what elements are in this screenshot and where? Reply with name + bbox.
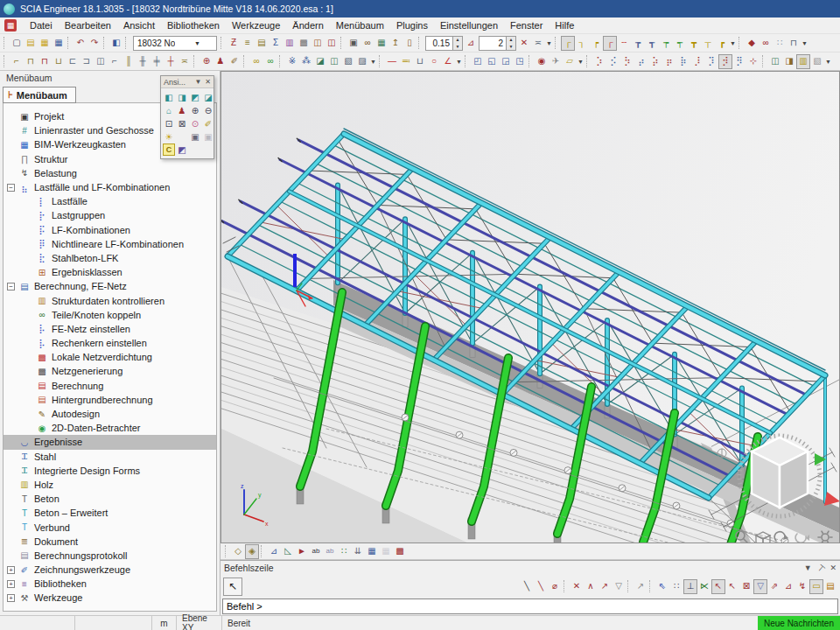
snap-grid-icon[interactable]: ∷ [669,579,683,594]
chevron-down-icon[interactable]: ▼ [455,54,463,69]
render-view-icon[interactable]: ◉ [535,54,549,69]
calculator-icon[interactable]: ▦ [374,36,388,51]
collapse-icon[interactable]: − [7,184,15,192]
corner-bl-icon[interactable]: ◲ [499,54,513,69]
mesh-setup-icon[interactable]: ▩ [297,36,311,51]
dimension-scale-icon[interactable]: ≍ [531,36,545,51]
results-table-icon[interactable]: ▦ [365,544,379,559]
predefined-load-icon[interactable]: ⡺ [718,54,732,69]
tree-item-hintergrundberechnung[interactable]: ▤Hintergrundberechnung [4,393,216,407]
insert-column-icon[interactable]: ⌐ [10,54,24,69]
mesh-display-icon[interactable]: ∷ [337,544,351,559]
coordinate-system-icon[interactable]: C [163,144,175,156]
insert-plate-icon[interactable]: ⊏ [66,54,80,69]
connect-members-icon[interactable]: ※ [285,54,299,69]
tree-item-bibliotheken[interactable]: +≡Bibliotheken [4,577,216,591]
chevron-down-icon[interactable]: ▼ [175,37,216,50]
hinge-semi-icon[interactable]: ┮ [659,36,673,51]
redo-icon[interactable]: ↷ [88,36,102,51]
result-filter-icon[interactable]: ▥ [796,54,810,69]
import-update-icon[interactable]: ◆ [745,36,759,51]
tree-item-verbund[interactable]: TVerbund [4,520,216,534]
surface-display-icon[interactable]: ◺ [281,544,295,559]
chevron-down-icon[interactable]: ▼ [369,54,377,69]
tree-item-strukturdaten-kontrollieren[interactable]: ▥Strukturdaten kontrollieren [4,293,216,307]
insert-truss-icon[interactable]: ╪ [150,54,164,69]
tree-item-nichtlineare-lf-kombinationen[interactable]: ⡿Nichtlineare LF-Kombinationen [4,237,216,251]
open-project-icon[interactable]: ▤ [24,36,38,51]
insert-rib-icon[interactable]: ⌐ [108,54,122,69]
snap-perpendicular-icon[interactable]: ⊠ [739,579,753,594]
snap-angle-icon[interactable]: ⊿ [781,579,795,594]
rendered-icon[interactable]: ◈ [245,544,259,559]
expand-icon[interactable]: + [7,566,15,574]
hinge-semi2-icon[interactable]: ┭ [673,36,687,51]
menu-plugins[interactable]: Plugins [390,18,434,32]
hatch-b-icon[interactable]: ▨ [355,54,369,69]
snap-ortho-icon[interactable]: ⊥ [683,579,697,594]
member-query-icon[interactable]: ⊓ [787,36,801,51]
zoom-out-icon[interactable]: ⊖ [202,104,214,116]
print-preview-icon[interactable]: ∞ [360,36,374,51]
circle-annotation-icon[interactable]: ○ [427,54,441,69]
walk-mode-icon[interactable]: ♟ [176,104,188,116]
snap-edge-icon[interactable]: ↗ [634,579,648,594]
glasses-selection-icon[interactable]: ∞ [263,54,277,69]
dimension-parallel-icon[interactable]: ≕ [399,54,413,69]
view-settings-icon[interactable]: ◩ [176,144,188,156]
tree-item-fe-netz-einstellen[interactable]: ⡧FE-Netz einstellen [4,322,216,336]
insert-grid-member-icon[interactable]: ╫ [136,54,150,69]
font-scale-icon[interactable]: ✕ [517,36,531,51]
tree-item-berechnung[interactable]: ▤Berechnung [4,379,216,393]
ansicht-panel-header[interactable]: Ansi... ▼ ✕ [161,76,214,88]
insert-frame-icon[interactable]: ║ [122,54,136,69]
tree-item-2d-daten-betrachter[interactable]: ◉2D-Daten-Betrachter [4,421,216,435]
status-units[interactable]: m [152,616,177,630]
menu-werkzeuge[interactable]: Werkzeuge [226,18,286,32]
tree-item-lokale-netzverdichtung[interactable]: ▩Lokale Netzverdichtung [4,350,216,364]
snap-line-icon[interactable]: ╲ [520,579,534,594]
hinge-free-icon[interactable]: ┐ [575,36,589,51]
storeys-icon[interactable]: ▤ [255,36,269,51]
snap-endpoint-icon[interactable]: ╲ [534,579,548,594]
result-filter2-icon[interactable]: ▧ [810,54,824,69]
view-axo-icon[interactable]: ◪ [202,91,214,103]
free-load-icon[interactable]: ⡶ [662,54,676,69]
zoom-selection-icon[interactable]: ⊙ [189,117,201,130]
menu-einstellungen[interactable]: Einstellungen [434,18,504,32]
hinge-moment2-icon[interactable]: ┱ [645,36,659,51]
load-panel-icon[interactable]: ⡻ [732,54,746,69]
expand-icon[interactable]: + [7,580,15,588]
command-input[interactable] [223,599,837,613]
snap-node-icon[interactable]: ∧ [584,579,598,594]
tree-item-belastung[interactable]: ↯Belastung [4,166,216,180]
insert-beam-icon[interactable]: ⊓ [24,54,38,69]
cursor-select-icon[interactable]: ⇖ [655,579,669,594]
hinge-rigid-icon[interactable]: ┌ [561,36,575,51]
spin-down-icon[interactable]: ▼ [507,43,515,50]
hatch-a-icon[interactable]: ▧ [341,54,355,69]
tree-item-autodesign[interactable]: ✎Autodesign [4,407,216,421]
snap-endpoint2-icon[interactable]: ↖ [711,579,725,594]
insert-slab-icon[interactable]: ≍ [178,54,192,69]
hinge-y-icon[interactable]: ┌ [603,36,617,51]
snap-intersection-icon[interactable]: ↖ [725,579,739,594]
zoom-all-icon[interactable]: ⊠ [176,117,188,130]
axes-display-icon[interactable]: ⊿ [267,544,281,559]
tree-item-stahlbeton-lfk[interactable]: ⣗Stahlbeton-LFK [4,251,216,265]
line-load-icon[interactable]: ⡪ [606,54,620,69]
display-scale-spinner-value[interactable]: 0.15 [425,36,453,51]
menu-ansicht[interactable]: Ansicht [117,18,161,32]
point-grid-icon[interactable]: ∷ [773,36,787,51]
member-section-icon[interactable]: ◫ [327,54,341,69]
close-icon[interactable]: ✕ [205,78,211,86]
menu-bearbeiten[interactable]: Bearbeiten [59,18,117,32]
pointer-mode-button[interactable]: ↖ [223,578,242,596]
result-deform-icon[interactable]: ◨ [782,54,796,69]
tree-item-holz[interactable]: ▥Holz [4,478,216,492]
tree-item-beton-erweitert[interactable]: TBeton – Erweitert [4,506,216,520]
node-labels-icon[interactable]: ab [323,544,337,559]
angle-annotation-icon[interactable]: ∠ [441,54,455,69]
hinge-custom-icon[interactable]: ┏ [715,36,729,51]
tab-menubaum[interactable]: ⊦ Menübaum [3,87,76,103]
